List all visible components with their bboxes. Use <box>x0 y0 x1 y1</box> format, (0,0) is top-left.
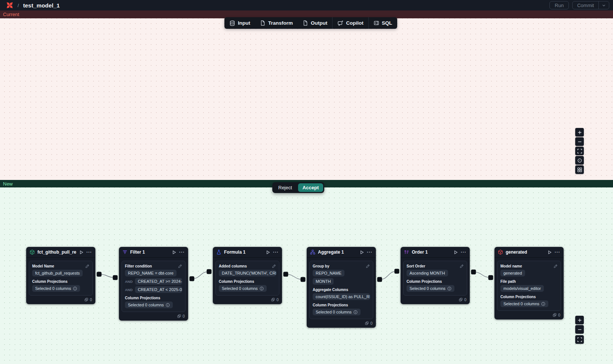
dbt-logo-icon[interactable] <box>6 1 13 9</box>
node-body: Model name generated File path models/vi… <box>494 258 564 319</box>
fit-view-button[interactable] <box>575 335 584 344</box>
node-config-panel[interactable]: Model name generated File path models/vi… <box>497 261 561 311</box>
locate-button[interactable] <box>575 156 584 165</box>
zoom-out-button[interactable] <box>575 137 584 146</box>
info-icon[interactable] <box>73 287 77 291</box>
column-projections-pill[interactable]: Selected 0 columns <box>32 285 80 292</box>
more-menu-icon[interactable]: ··· <box>86 250 92 254</box>
toolbar-input-button[interactable]: Input <box>224 17 255 29</box>
edit-pencil-icon[interactable] <box>85 264 89 269</box>
field-label: Column Projections <box>500 295 558 299</box>
layout-grid-icon <box>577 167 582 172</box>
edit-pencil-icon[interactable] <box>365 264 370 269</box>
copy-icon <box>459 298 463 302</box>
node-body: Added columns DATE_TRUNC('MONTH', CREATE… <box>213 258 282 304</box>
zoom-out-button[interactable] <box>575 325 584 334</box>
node-config-panel[interactable]: Model Name fct_github_pull_requests Colu… <box>29 261 93 296</box>
field-label: Aggregate Columns <box>313 288 370 292</box>
commit-dropdown-button[interactable] <box>598 1 609 9</box>
node-header[interactable]: Aggregate 1 ··· <box>307 247 376 258</box>
node-body: Sort Order Ascending MONTH Column Projec… <box>401 258 470 304</box>
edit-pencil-icon[interactable] <box>178 264 182 269</box>
node-fct-github-pull-requests[interactable]: fct_github_pull_requests ··· Model Name … <box>26 247 95 304</box>
fit-view-button[interactable] <box>575 147 584 155</box>
column-projections-pill[interactable]: Selected 0 columns <box>313 309 361 315</box>
pill-text: Selected 0 columns <box>410 286 445 291</box>
row-count-value: 0 <box>183 314 185 318</box>
toolbar-copilot-button[interactable]: Copilot <box>332 17 368 29</box>
plus-icon <box>577 130 582 135</box>
play-icon[interactable] <box>266 250 270 255</box>
aggregate-column-pill[interactable]: count(ISSUE_ID) as PULL_REQUEST_… <box>313 293 370 300</box>
model-name-pill[interactable]: generated <box>500 270 525 276</box>
node-filter-1[interactable]: Filter 1 ··· Filter condition REPO_NAME … <box>119 247 188 321</box>
node-header[interactable]: Order 1 ··· <box>401 247 470 258</box>
node-formula-1[interactable]: Formula 1 ··· Added columns DATE_TRUNC('… <box>213 247 282 304</box>
column-projections-pill[interactable]: Selected 0 columns <box>500 300 548 307</box>
filter-condition-pill[interactable]: CREATED_AT < 2025-03-01 <box>135 286 182 293</box>
node-title: fct_github_pull_requests <box>37 250 76 255</box>
run-button[interactable]: Run <box>549 1 569 9</box>
toolbar-output-button[interactable]: Output <box>298 17 332 29</box>
more-menu-icon[interactable]: ··· <box>179 250 185 254</box>
node-header[interactable]: Formula 1 ··· <box>213 247 282 258</box>
toolbar-sql-button[interactable]: SQL <box>369 17 397 29</box>
row-count-value: 0 <box>370 321 373 325</box>
copilot-chat-icon <box>337 20 343 26</box>
filter-condition-pill[interactable]: CREATED_AT >= 2024-12-01 <box>135 278 182 285</box>
more-menu-icon[interactable]: ··· <box>273 250 279 254</box>
node-config-panel[interactable]: Filter condition REPO_NAME = dbt-core AN… <box>122 261 186 312</box>
node-header[interactable]: Filter 1 ··· <box>119 247 188 258</box>
column-projections-pill[interactable]: Selected 0 columns <box>219 285 267 292</box>
reject-button[interactable]: Reject <box>273 183 297 192</box>
group-by-pill[interactable]: REPO_NAME <box>313 270 344 276</box>
node-body: Model Name fct_github_pull_requests Colu… <box>26 258 95 304</box>
info-icon[interactable] <box>166 303 170 307</box>
edit-pencil-icon[interactable] <box>272 264 276 269</box>
play-icon[interactable] <box>547 250 552 255</box>
info-icon[interactable] <box>447 287 451 291</box>
node-config-panel[interactable]: Added columns DATE_TRUNC('MONTH', CREATE… <box>215 261 279 296</box>
node-generated[interactable]: generated ··· Model name generated File … <box>494 247 564 319</box>
more-menu-icon[interactable]: ··· <box>461 250 466 254</box>
node-config-panel[interactable]: Group by REPO_NAME MONTH Aggregate Colum… <box>309 261 373 319</box>
info-icon[interactable] <box>541 302 545 306</box>
new-canvas[interactable]: fct_github_pull_requests ··· Model Name … <box>0 187 613 364</box>
node-header[interactable]: generated ··· <box>494 247 564 258</box>
play-icon[interactable] <box>172 250 177 255</box>
value-pill[interactable]: fct_github_pull_requests <box>32 270 83 276</box>
play-icon[interactable] <box>79 250 84 255</box>
column-projections-pill[interactable]: Selected 0 columns <box>125 302 173 308</box>
zoom-in-button[interactable] <box>575 316 584 324</box>
group-by-pill[interactable]: MONTH <box>313 278 334 285</box>
zoom-in-button[interactable] <box>575 128 584 137</box>
edit-pencil-icon[interactable] <box>553 264 558 269</box>
run-button-label: Run <box>555 3 564 8</box>
and-operator-label: AND <box>125 279 133 284</box>
edit-pencil-icon[interactable] <box>459 264 464 269</box>
sort-order-pill[interactable]: Ascending MONTH <box>407 270 448 276</box>
node-config-panel[interactable]: Sort Order Ascending MONTH Column Projec… <box>403 261 467 296</box>
new-canvas-controls <box>575 316 584 344</box>
formula-pill[interactable]: DATE_TRUNC('MONTH', CREATED_AT… <box>219 270 276 276</box>
current-canvas[interactable] <box>0 18 613 180</box>
play-icon[interactable] <box>359 250 364 255</box>
more-menu-icon[interactable]: ··· <box>555 250 560 254</box>
commit-button[interactable]: Commit <box>573 1 598 9</box>
info-icon[interactable] <box>353 310 358 314</box>
node-aggregate-1[interactable]: Aggregate 1 ··· Group by REPO_NAME MONTH… <box>307 247 376 328</box>
play-icon[interactable] <box>453 250 458 255</box>
layout-grid-button[interactable] <box>575 165 584 174</box>
row-count-badge: 0 <box>122 312 186 319</box>
node-order-1[interactable]: Order 1 ··· Sort Order Ascending MONTH C… <box>401 247 470 304</box>
filter-condition-pill[interactable]: REPO_NAME = dbt-core <box>125 270 177 276</box>
copy-icon <box>271 298 275 302</box>
file-path-pill[interactable]: models/visual_editor <box>500 285 544 292</box>
info-icon[interactable] <box>260 287 264 291</box>
node-header[interactable]: fct_github_pull_requests ··· <box>26 247 95 258</box>
accept-button[interactable]: Accept <box>298 183 323 192</box>
column-projections-pill[interactable]: Selected 0 columns <box>407 285 454 292</box>
document-icon <box>303 20 308 26</box>
toolbar-transform-button[interactable]: Transform <box>255 17 298 29</box>
more-menu-icon[interactable]: ··· <box>367 250 373 254</box>
